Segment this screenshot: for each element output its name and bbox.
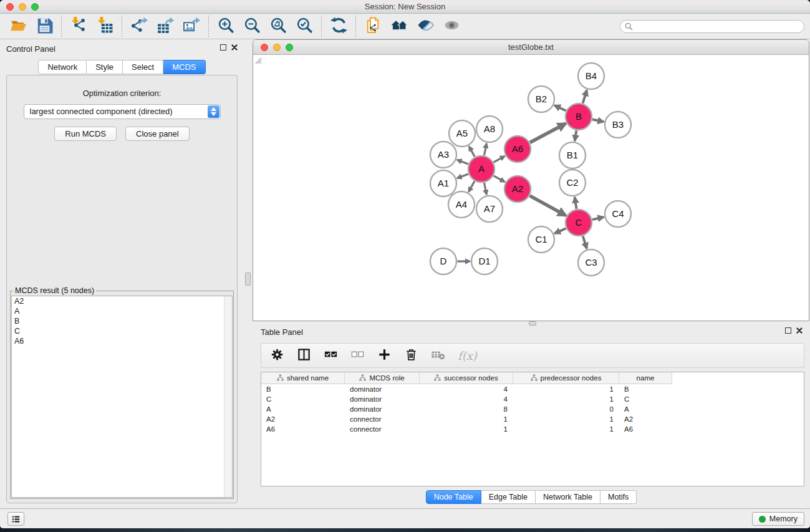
tab-edge-table[interactable]: Edge Table (481, 490, 536, 504)
task-history-button[interactable] (7, 512, 24, 526)
export-table-button[interactable] (152, 16, 178, 37)
node-A5[interactable]: A5 (449, 120, 475, 147)
cell-successor-nodes[interactable]: 4 (420, 384, 513, 394)
export-image-button[interactable] (178, 16, 205, 37)
edge-A-A8[interactable] (484, 143, 486, 155)
criterion-select[interactable]: largest connected component (directed) (24, 104, 221, 119)
table-row[interactable]: A6connector11A6 (261, 424, 804, 434)
edge-A6-B[interactable] (530, 123, 566, 142)
memory-button[interactable]: Memory (752, 512, 804, 526)
hide-eye-button[interactable] (412, 16, 438, 37)
column-header-mcds-role[interactable]: MCDS role (345, 372, 420, 384)
tab-network-table[interactable]: Network Table (536, 490, 600, 504)
cell-successor-nodes[interactable]: 1 (420, 414, 513, 424)
add-button[interactable] (377, 347, 392, 364)
import-network-button[interactable] (65, 16, 92, 37)
tab-style[interactable]: Style (87, 60, 123, 74)
table-row[interactable]: Bdominator41B (261, 384, 804, 394)
show-eye-button[interactable] (438, 16, 465, 37)
horizontal-splitter-grip[interactable] (529, 321, 536, 326)
node-C1[interactable]: C1 (528, 226, 554, 253)
cell-mcds-role[interactable]: dominator (345, 404, 420, 414)
node-A8[interactable]: A8 (476, 116, 503, 142)
edge-A-A2[interactable] (494, 176, 505, 182)
result-list-scrollbar[interactable] (224, 296, 232, 497)
close-table-panel-icon[interactable] (796, 327, 803, 334)
table-row[interactable]: A2connector11A2 (261, 414, 804, 424)
cell-mcds-role[interactable]: connector (345, 414, 420, 424)
cell-shared-name[interactable]: C (261, 394, 345, 404)
edge-B-B2[interactable] (554, 105, 566, 111)
edge-A-A6[interactable] (494, 156, 505, 162)
cell-name[interactable]: A2 (619, 414, 672, 424)
node-D[interactable]: D (430, 248, 456, 274)
cell-predecessor-nodes[interactable]: 1 (513, 394, 619, 404)
edge-A-A3[interactable] (457, 160, 468, 164)
close-window-button[interactable] (6, 3, 14, 11)
node-A3[interactable]: A3 (430, 142, 456, 168)
node-A2[interactable]: A2 (504, 176, 531, 202)
zoom-selected-button[interactable] (291, 16, 317, 37)
save-button[interactable] (31, 16, 57, 37)
node-C[interactable]: C (566, 210, 592, 236)
cell-name[interactable]: B (619, 384, 672, 394)
cell-name[interactable]: A (619, 404, 672, 414)
open-button[interactable] (5, 16, 31, 37)
cell-shared-name[interactable]: B (261, 384, 345, 394)
table-row[interactable]: Cdominator41C (261, 394, 804, 404)
node-A1[interactable]: A1 (430, 170, 456, 196)
tab-select[interactable]: Select (123, 60, 163, 74)
zoom-network-button[interactable] (286, 44, 293, 51)
node-B4[interactable]: B4 (578, 63, 604, 89)
cell-predecessor-nodes[interactable]: 1 (513, 384, 619, 394)
deselect-all-button[interactable] (350, 347, 365, 364)
result-list-item[interactable]: A2 (12, 296, 232, 306)
cell-shared-name[interactable]: A (261, 404, 345, 414)
zoom-fit-button[interactable] (265, 16, 291, 37)
cell-predecessor-nodes[interactable]: 1 (513, 414, 619, 424)
cell-mcds-role[interactable]: dominator (345, 394, 420, 404)
node-B1[interactable]: B1 (559, 142, 586, 168)
node-C2[interactable]: C2 (559, 170, 586, 196)
table-row[interactable]: Adominator80A (261, 404, 804, 414)
splitter-grip[interactable] (245, 273, 251, 286)
zoom-in-button[interactable] (213, 16, 239, 37)
column-header-successor-nodes[interactable]: successor nodes (420, 372, 513, 384)
float-table-panel-icon[interactable] (785, 327, 791, 334)
column-header-shared-name[interactable]: shared name (261, 372, 345, 384)
edge-B-B1[interactable] (575, 130, 577, 141)
edge-C-C1[interactable] (554, 228, 566, 233)
node-A6[interactable]: A6 (504, 136, 531, 162)
import-table-button[interactable] (92, 16, 118, 37)
node-C4[interactable]: C4 (605, 201, 631, 227)
column-layout-button[interactable] (297, 347, 311, 364)
result-list-item[interactable]: B (12, 316, 232, 326)
cell-predecessor-nodes[interactable]: 1 (513, 424, 619, 434)
cell-shared-name[interactable]: A6 (261, 424, 345, 434)
tab-mcds[interactable]: MCDS (163, 60, 205, 74)
tab-network[interactable]: Network (38, 60, 87, 74)
refresh-button[interactable] (325, 16, 352, 37)
float-panel-icon[interactable] (220, 44, 226, 51)
edge-C-C3[interactable] (583, 236, 587, 248)
node-A7[interactable]: A7 (476, 196, 503, 222)
documents-share-button[interactable] (360, 16, 386, 37)
close-panel-icon[interactable] (231, 44, 238, 51)
run-mcds-button[interactable]: Run MCDS (54, 127, 117, 141)
tab-motifs[interactable]: Motifs (600, 490, 637, 504)
zoom-window-button[interactable] (31, 3, 39, 11)
cell-predecessor-nodes[interactable]: 0 (513, 404, 619, 414)
tab-node-table[interactable]: Node Table (426, 490, 481, 504)
minimize-window-button[interactable] (19, 3, 26, 11)
edge-B-B4[interactable] (583, 90, 587, 103)
cell-shared-name[interactable]: A2 (261, 414, 345, 424)
vertical-splitter[interactable] (244, 39, 253, 508)
network-canvas[interactable]: AA1A2A3A4A5A6A7A8BB1B2B3B4CC1C2C3C4DD1 (253, 56, 809, 321)
cell-mcds-role[interactable]: dominator (345, 384, 420, 394)
node-B[interactable]: B (566, 104, 592, 130)
node-A4[interactable]: A4 (448, 191, 475, 218)
node-A[interactable]: A (468, 156, 494, 182)
search-input[interactable] (620, 20, 804, 33)
result-list-item[interactable]: A (12, 306, 232, 316)
cell-name[interactable]: A6 (619, 424, 672, 434)
